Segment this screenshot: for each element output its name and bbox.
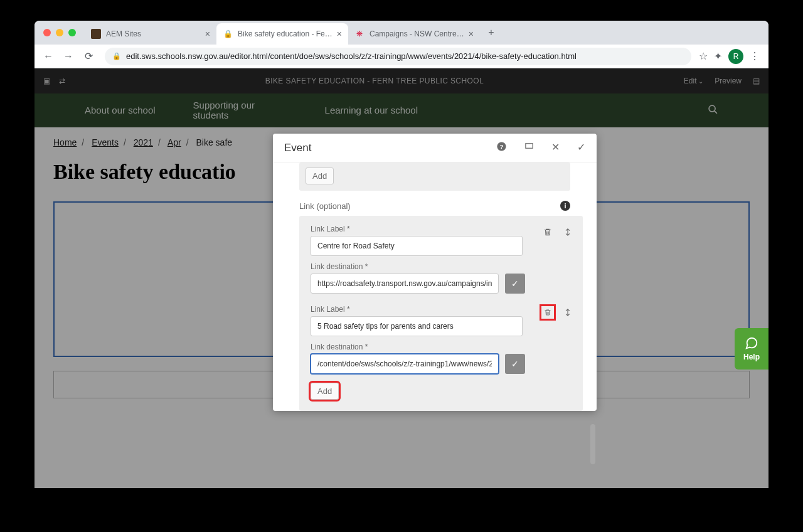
extensions-icon[interactable]	[714, 50, 722, 62]
site-primary-nav: About our school Supporting our students…	[35, 93, 768, 127]
link-dest-input[interactable]	[311, 274, 499, 294]
crumb-current: Bike safe	[196, 137, 232, 147]
crumb-month[interactable]: Apr	[168, 137, 181, 147]
dialog-body: Add Link (optional) i	[273, 162, 597, 411]
page-viewport: ▣ ⇄ BIKE SAFETY EDUCATION - FERN TREE PU…	[35, 68, 768, 488]
svg-text:?: ?	[499, 143, 503, 150]
move-icon[interactable]	[561, 226, 574, 238]
tab-title: AEM Sites	[106, 29, 201, 38]
move-icon[interactable]	[561, 306, 574, 319]
link-label-input[interactable]	[311, 236, 523, 256]
event-dialog: Event ? ✕ ✓ Add Link (optional	[273, 134, 597, 411]
crumb-home[interactable]: Home	[53, 137, 77, 147]
forward-button[interactable]: →	[60, 48, 77, 65]
menu-icon[interactable]: ⋮	[750, 50, 760, 62]
aem-page-title: BIKE SAFETY EDUCATION - FERN TREE PUBLIC…	[65, 77, 684, 85]
nav-learning[interactable]: Learning at our school	[325, 105, 418, 116]
favicon-icon: ❋	[354, 29, 364, 39]
close-tab-icon[interactable]: ×	[205, 29, 210, 39]
back-button[interactable]: ←	[40, 48, 57, 65]
tab-bike-safety[interactable]: 🔒 Bike safety education - Fern Tr ×	[216, 23, 348, 45]
address-bar: ← → ⟳ 🔒 edit.sws.schools.nsw.gov.au/edit…	[35, 45, 768, 68]
checkbox-icon[interactable]: ✓	[505, 274, 525, 294]
favicon-icon: 🔒	[223, 29, 233, 39]
add-section-top: Add	[299, 162, 570, 191]
search-icon[interactable]	[708, 104, 718, 117]
info-icon[interactable]: i	[560, 201, 570, 211]
close-tab-icon[interactable]: ×	[469, 29, 474, 39]
crumb-events[interactable]: Events	[92, 137, 119, 147]
link-label-field-label: Link Label *	[311, 305, 572, 314]
link-item-2: Link Label * Link destination * ✓	[311, 305, 572, 374]
tab-strip: AEM Sites × 🔒 Bike safety education - Fe…	[35, 21, 768, 45]
fullscreen-icon[interactable]	[524, 141, 534, 154]
add-button-top[interactable]: Add	[306, 168, 334, 184]
link-section-label: Link (optional)	[299, 201, 351, 211]
tab-nsw-centre[interactable]: ❋ Campaigns - NSW Centre for R ×	[348, 23, 480, 45]
help-widget[interactable]: Help	[735, 328, 768, 370]
svg-line-1	[715, 110, 717, 113]
scrollbar-thumb[interactable]	[590, 424, 595, 464]
browser-window: AEM Sites × 🔒 Bike safety education - Fe…	[35, 21, 768, 488]
link-dest-input[interactable]	[311, 354, 499, 374]
svg-point-0	[709, 105, 715, 112]
minimize-window-icon[interactable]	[56, 29, 63, 36]
link-dest-field-label: Link destination *	[311, 262, 572, 271]
side-panel-icon[interactable]: ▣	[43, 77, 50, 85]
tab-title: Bike safety education - Fern Tr	[238, 29, 333, 38]
help-icon[interactable]: ?	[496, 141, 507, 154]
url-input[interactable]: 🔒 edit.sws.schools.nsw.gov.au/editor.htm…	[105, 48, 691, 65]
preview-button[interactable]: Preview	[715, 77, 742, 85]
dialog-header: Event ? ✕ ✓	[273, 134, 597, 162]
svg-rect-4	[526, 144, 533, 149]
nav-supporting[interactable]: Supporting our students	[193, 100, 287, 121]
close-icon[interactable]: ✕	[551, 141, 560, 154]
favicon-icon	[91, 29, 101, 39]
help-label: Help	[743, 353, 760, 361]
reload-button[interactable]: ⟳	[80, 48, 97, 65]
close-window-icon[interactable]	[43, 29, 51, 36]
add-button-bottom[interactable]: Add	[311, 383, 339, 400]
tab-title: Campaigns - NSW Centre for R	[370, 29, 465, 38]
link-dest-field-label: Link destination *	[311, 343, 572, 351]
link-multifield: Link Label * Link destination * ✓	[299, 216, 583, 411]
link-label-input[interactable]	[311, 316, 523, 336]
lock-icon: 🔒	[112, 52, 121, 60]
delete-icon[interactable]	[541, 306, 554, 319]
browser-actions: R ⋮	[699, 49, 763, 64]
nav-about[interactable]: About our school	[85, 105, 156, 116]
annotate-icon[interactable]: ▤	[753, 77, 760, 85]
profile-avatar[interactable]: R	[728, 49, 743, 64]
new-tab-button[interactable]: +	[482, 24, 500, 41]
mode-dropdown[interactable]: Edit	[684, 77, 703, 85]
aem-editor-toolbar: ▣ ⇄ BIKE SAFETY EDUCATION - FERN TREE PU…	[35, 68, 768, 93]
link-label-field-label: Link Label *	[311, 225, 572, 233]
done-icon[interactable]: ✓	[577, 141, 585, 154]
crumb-year[interactable]: 2021	[134, 137, 153, 147]
delete-icon[interactable]	[541, 226, 554, 238]
page-info-icon[interactable]: ⇄	[59, 77, 65, 85]
close-tab-icon[interactable]: ×	[337, 29, 342, 39]
dialog-title: Event	[284, 142, 311, 154]
url-text: edit.sws.schools.nsw.gov.au/editor.html/…	[126, 51, 577, 61]
maximize-window-icon[interactable]	[68, 29, 76, 36]
link-item-1: Link Label * Link destination * ✓	[311, 225, 572, 294]
link-section-header: Link (optional) i	[273, 198, 597, 216]
window-controls	[43, 29, 76, 36]
bookmark-icon[interactable]	[699, 50, 708, 62]
checkbox-icon[interactable]: ✓	[505, 354, 525, 374]
tab-aem-sites[interactable]: AEM Sites ×	[85, 23, 216, 45]
